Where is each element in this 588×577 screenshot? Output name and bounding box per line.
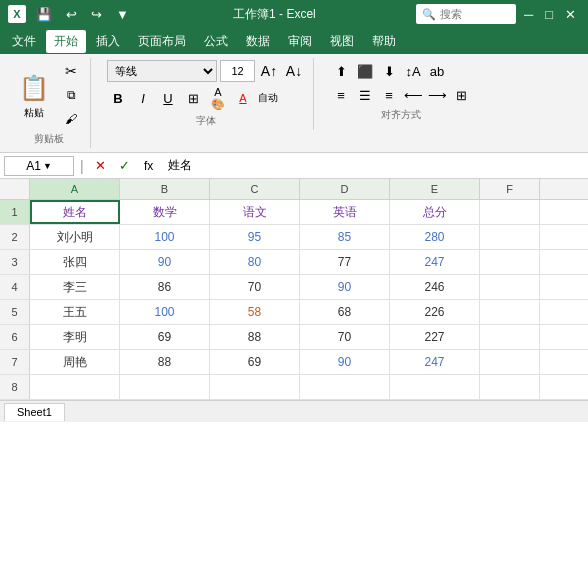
cell-A1[interactable]: 姓名 [30,200,120,224]
col-header-E[interactable]: E [390,179,480,199]
font-size-input[interactable] [220,60,255,82]
menu-home[interactable]: 开始 [46,30,86,53]
cell-E8[interactable] [390,375,480,399]
decrease-indent-button[interactable]: ⟵ [402,84,424,106]
increase-indent-button[interactable]: ⟶ [426,84,448,106]
align-middle-button[interactable]: ⬛ [354,60,376,82]
col-header-C[interactable]: C [210,179,300,199]
cell-A8[interactable] [30,375,120,399]
cell-B6[interactable]: 69 [120,325,210,349]
menu-file[interactable]: 文件 [4,30,44,53]
menu-view[interactable]: 视图 [322,30,362,53]
cell-reference-box[interactable]: A1 ▼ [4,156,74,176]
sheet-tab-1[interactable]: Sheet1 [4,403,65,421]
search-input[interactable] [440,8,510,20]
cell-E4[interactable]: 246 [390,275,480,299]
cell-F1[interactable] [480,200,540,224]
cell-D6[interactable]: 70 [300,325,390,349]
cell-B5[interactable]: 100 [120,300,210,324]
cell-C7[interactable]: 69 [210,350,300,374]
cell-B4[interactable]: 86 [120,275,210,299]
redo-button[interactable]: ↪ [87,5,106,24]
formula-content[interactable]: 姓名 [164,157,584,174]
cell-C1[interactable]: 语文 [210,200,300,224]
cell-F7[interactable] [480,350,540,374]
col-header-B[interactable]: B [120,179,210,199]
save-button[interactable]: 💾 [32,5,56,24]
cell-E2[interactable]: 280 [390,225,480,249]
cell-C2[interactable]: 95 [210,225,300,249]
menu-insert[interactable]: 插入 [88,30,128,53]
text-direction-button[interactable]: ↕A [402,60,424,82]
cell-F2[interactable] [480,225,540,249]
font-grow-button[interactable]: A↑ [258,60,280,82]
align-left-button[interactable]: ≡ [330,84,352,106]
cell-F4[interactable] [480,275,540,299]
cell-D7[interactable]: 90 [300,350,390,374]
cut-button[interactable]: ✂ [60,60,82,82]
align-right-button[interactable]: ≡ [378,84,400,106]
align-top-button[interactable]: ⬆ [330,60,352,82]
cell-B8[interactable] [120,375,210,399]
cell-E7[interactable]: 247 [390,350,480,374]
insert-function-button[interactable]: fx [138,155,160,177]
cell-D5[interactable]: 68 [300,300,390,324]
more-button[interactable]: ▼ [112,5,133,24]
close-button[interactable]: ✕ [561,5,580,24]
cell-A5[interactable]: 王五 [30,300,120,324]
menu-data[interactable]: 数据 [238,30,278,53]
cell-A3[interactable]: 张四 [30,250,120,274]
cell-D1[interactable]: 英语 [300,200,390,224]
font-color-button[interactable]: A [232,87,254,109]
cell-C6[interactable]: 88 [210,325,300,349]
cell-D4[interactable]: 90 [300,275,390,299]
align-center-button[interactable]: ☰ [354,84,376,106]
wrap-text-button[interactable]: 自动 [257,87,279,109]
font-name-select[interactable]: 等线 [107,60,217,82]
cell-F3[interactable] [480,250,540,274]
menu-page-layout[interactable]: 页面布局 [130,30,194,53]
cell-ref-dropdown-icon[interactable]: ▼ [43,161,52,171]
menu-help[interactable]: 帮助 [364,30,404,53]
cell-D3[interactable]: 77 [300,250,390,274]
cell-B3[interactable]: 90 [120,250,210,274]
undo-button[interactable]: ↩ [62,5,81,24]
cell-F6[interactable] [480,325,540,349]
menu-formula[interactable]: 公式 [196,30,236,53]
cell-C8[interactable] [210,375,300,399]
format-painter-button[interactable]: 🖌 [60,108,82,130]
copy-button[interactable]: ⧉ [60,84,82,106]
cell-E1[interactable]: 总分 [390,200,480,224]
cell-C5[interactable]: 58 [210,300,300,324]
cell-D2[interactable]: 85 [300,225,390,249]
underline-button[interactable]: U [157,87,179,109]
cell-B2[interactable]: 100 [120,225,210,249]
italic-button[interactable]: I [132,87,154,109]
font-shrink-button[interactable]: A↓ [283,60,305,82]
col-header-F[interactable]: F [480,179,540,199]
cell-B7[interactable]: 88 [120,350,210,374]
maximize-button[interactable]: □ [541,5,557,24]
cell-E3[interactable]: 247 [390,250,480,274]
menu-review[interactable]: 审阅 [280,30,320,53]
col-header-D[interactable]: D [300,179,390,199]
col-header-A[interactable]: A [30,179,120,199]
cell-E5[interactable]: 226 [390,300,480,324]
cell-A7[interactable]: 周艳 [30,350,120,374]
merge-button[interactable]: ⊞ [450,84,472,106]
cell-A6[interactable]: 李明 [30,325,120,349]
cell-D8[interactable] [300,375,390,399]
cell-F5[interactable] [480,300,540,324]
indent-button[interactable]: ab [426,60,448,82]
cell-E6[interactable]: 227 [390,325,480,349]
cell-C3[interactable]: 80 [210,250,300,274]
cell-A2[interactable]: 刘小明 [30,225,120,249]
fill-color-button[interactable]: A🎨 [207,87,229,109]
minimize-button[interactable]: ─ [520,5,537,24]
border-button[interactable]: ⊞ [182,87,204,109]
cell-F8[interactable] [480,375,540,399]
cell-B1[interactable]: 数学 [120,200,210,224]
cancel-formula-button[interactable]: ✕ [90,155,112,177]
align-bottom-button[interactable]: ⬇ [378,60,400,82]
cell-A4[interactable]: 李三 [30,275,120,299]
